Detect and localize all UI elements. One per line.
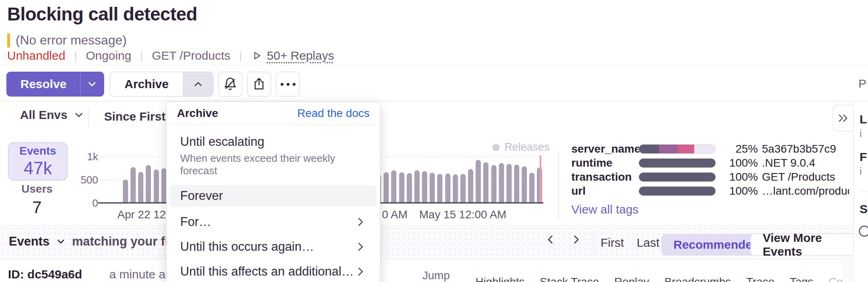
- chart-bar: [437, 174, 442, 203]
- jump-to-label: Jump to:: [422, 269, 460, 282]
- sidebar-text-fragment: S: [860, 202, 868, 216]
- toolbar-right-fragment: P: [858, 77, 866, 91]
- chevron-up-icon: [192, 78, 204, 90]
- jump-link-truncated[interactable]: Co: [829, 276, 843, 282]
- avatar: [859, 226, 868, 237]
- x-tick-apr22: Apr 22 12:: [117, 208, 169, 221]
- tag-bar-segment: [659, 145, 678, 153]
- y-tick-0: 0: [66, 197, 98, 209]
- x-tick-may15: May 15 12:00 AM: [419, 208, 506, 221]
- archive-button[interactable]: Archive: [110, 72, 213, 97]
- date-range-toggle[interactable]: Since First: [104, 110, 165, 123]
- tag-bar-segment: [639, 173, 715, 181]
- tag-key: server_name: [571, 143, 635, 155]
- releases-legend-label: Releases: [504, 141, 550, 153]
- events-dropdown-label: Events: [9, 234, 50, 249]
- menu-item-until-escalating[interactable]: Until escalating When events exceed thei…: [170, 130, 376, 181]
- resolve-button[interactable]: Resolve: [6, 72, 104, 97]
- tag-row[interactable]: server_name 25% 5a367b3b57c9: [571, 142, 849, 156]
- transaction-label: GET /Products: [152, 49, 230, 62]
- chart-bar: [468, 169, 473, 203]
- archive-dropdown-button[interactable]: [183, 72, 213, 96]
- tag-bar-segment: [639, 159, 715, 167]
- replays-count: 50+ Replays: [267, 49, 334, 62]
- menu-item-label: Until this affects an additional…: [180, 264, 354, 279]
- ellipsis-icon: [281, 83, 295, 86]
- tag-distribution-list: server_name 25% 5a367b3b57c9 runtime 100…: [571, 142, 849, 198]
- play-icon: [251, 50, 262, 61]
- jump-link-stack-trace[interactable]: Stack Trace: [540, 276, 599, 282]
- jump-link-trace[interactable]: Trace: [746, 276, 775, 282]
- double-chevron-right-icon: [837, 112, 850, 125]
- tag-distribution-bar: [639, 172, 716, 182]
- tag-row[interactable]: url 100% …lant.com/products: [571, 184, 849, 198]
- chart-bar: [514, 165, 519, 203]
- chart-bar: [391, 170, 396, 203]
- event-nav-links: First Last: [601, 236, 659, 250]
- environment-selector[interactable]: All Envs: [20, 108, 85, 122]
- substatus-label: Ongoing: [86, 49, 131, 62]
- y-tick-1k: 1k: [66, 151, 98, 163]
- menu-item-until-occurs-again[interactable]: Until this occurs again…: [170, 237, 376, 256]
- read-the-docs-link[interactable]: Read the docs: [297, 107, 370, 120]
- level-indicator-bar: [7, 33, 10, 48]
- page-title: Blocking call detected: [7, 3, 197, 25]
- view-more-events-button[interactable]: View More Events: [750, 234, 868, 256]
- users-stat-label: Users: [22, 183, 53, 195]
- sidebar-text-fragment: i: [860, 128, 868, 139]
- tag-distribution-bar: [639, 186, 716, 196]
- more-actions-button[interactable]: [276, 72, 300, 97]
- menu-item-for[interactable]: For…: [170, 212, 376, 232]
- menu-item-until-affects-additional[interactable]: Until this affects an additional…: [170, 262, 376, 281]
- chart-bar: [407, 173, 412, 203]
- chart-legend[interactable]: Releases: [492, 141, 550, 153]
- menu-item-sublabel: When events exceed their weekly forecast: [180, 152, 366, 177]
- chart-bar: [414, 170, 420, 203]
- separator: |: [74, 49, 77, 62]
- tag-row[interactable]: transaction 100% GET /Products: [571, 170, 849, 184]
- chevron-right-icon[interactable]: [570, 234, 582, 246]
- view-all-tags-link[interactable]: View all tags: [571, 203, 639, 216]
- jump-link-replay[interactable]: Replay: [614, 276, 649, 282]
- tag-distribution-bar: [639, 144, 716, 154]
- graph-section: Events 47k Users 7 1k 500 0 Apr 22 12: 0…: [0, 134, 853, 226]
- users-stat-value: 7: [32, 198, 42, 217]
- chart-bar: [146, 165, 151, 203]
- menu-item-label: Until this occurs again…: [180, 240, 314, 254]
- menu-item-forever[interactable]: Forever: [170, 185, 376, 207]
- issue-details-page: Blocking call detected (No error message…: [0, 0, 868, 282]
- resolve-label[interactable]: Resolve: [7, 72, 80, 96]
- environment-label: All Envs: [20, 108, 67, 122]
- archive-dropdown-menu: Archive Read the docs Until escalating W…: [166, 101, 380, 282]
- events-stat-toggle[interactable]: Events 47k: [8, 142, 68, 181]
- tag-bar-segment: [639, 145, 659, 153]
- chevron-right-icon: [354, 266, 366, 278]
- bell-slash-icon: [223, 77, 237, 91]
- x-tick-may8-fragment: 0 AM: [382, 208, 408, 221]
- users-stat-toggle[interactable]: Users 7: [8, 183, 66, 217]
- first-event-link[interactable]: First: [601, 236, 624, 250]
- share-button[interactable]: [247, 72, 271, 97]
- replays-link[interactable]: 50+ Replays: [251, 49, 334, 62]
- archive-label[interactable]: Archive: [110, 72, 183, 96]
- separator: |: [239, 49, 242, 62]
- events-stat-label: Events: [20, 145, 56, 157]
- error-message: (No error message): [16, 33, 127, 48]
- mute-button[interactable]: [218, 72, 242, 97]
- y-tick-500: 500: [66, 174, 98, 186]
- tag-row[interactable]: runtime 100% .NET 9.0.4: [571, 156, 849, 170]
- jump-link-tags[interactable]: Tags: [790, 276, 813, 282]
- chart-bar: [445, 173, 450, 203]
- last-event-link[interactable]: Last: [637, 236, 659, 250]
- chevron-left-icon[interactable]: [545, 234, 557, 246]
- collapse-sidebar-button[interactable]: [833, 105, 854, 131]
- chart-bar: [161, 168, 167, 203]
- jump-link-highlights[interactable]: Highlights: [475, 276, 524, 282]
- event-id: ID: dc549a6d: [8, 268, 82, 281]
- event-pagination: [545, 234, 582, 246]
- chart-bar: [399, 172, 404, 203]
- resolve-dropdown-button[interactable]: [80, 72, 104, 96]
- chart-bar: [453, 174, 458, 203]
- jump-link-breadcrumbs[interactable]: Breadcrumbs: [664, 276, 731, 282]
- releases-legend-dot-icon: [492, 144, 500, 151]
